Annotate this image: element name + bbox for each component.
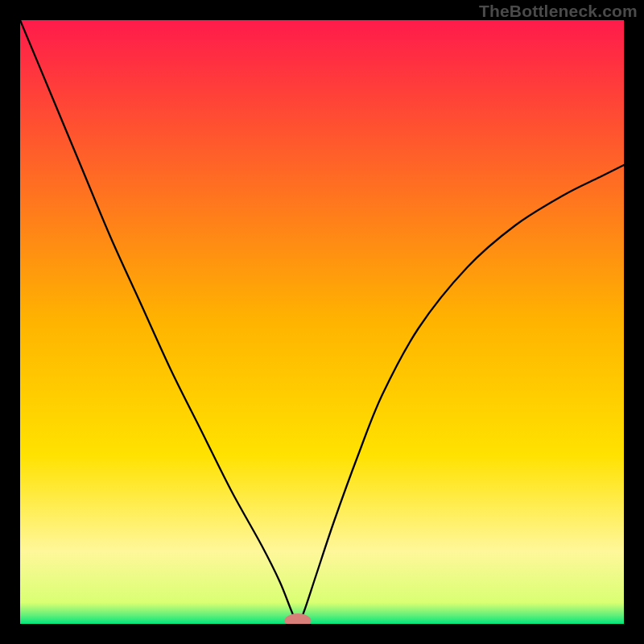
watermark-text: TheBottleneck.com bbox=[479, 2, 638, 21]
chart-background-gradient bbox=[20, 20, 624, 624]
chart-plot-area bbox=[20, 20, 624, 624]
chart-svg bbox=[20, 20, 624, 624]
chart-outer-frame: TheBottleneck.com bbox=[0, 0, 644, 644]
